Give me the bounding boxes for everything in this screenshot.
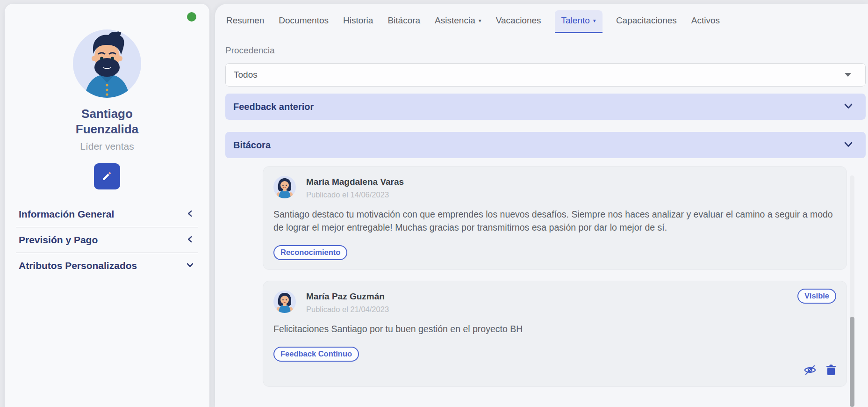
post-category-tag: Reconocimiento	[273, 245, 347, 260]
chevron-down-icon	[844, 102, 853, 111]
trash-icon	[826, 364, 836, 377]
online-status-dot	[187, 12, 196, 22]
post-published-date: Publicado el 21/04/2023	[306, 305, 389, 314]
bitacora-section-header[interactable]: Bitácora	[225, 132, 866, 158]
tab-documentos[interactable]: Documentos	[278, 10, 330, 33]
procedencia-label: Procedencia	[225, 45, 866, 56]
chevron-down-icon	[187, 262, 194, 270]
caret-down-icon: ▾	[479, 17, 481, 24]
scrollbar-thumb[interactable]	[850, 317, 854, 407]
tab-capacitaciones[interactable]: Capacitaciones	[615, 10, 678, 33]
bitacora-post: Visible	[263, 281, 847, 387]
caret-down-icon: ▾	[593, 17, 596, 24]
edit-profile-button[interactable]	[94, 163, 120, 189]
tab-talento[interactable]: Talento▾	[555, 10, 603, 33]
post-category-tag: Feedback Continuo	[273, 347, 359, 362]
delete-post-button[interactable]	[826, 364, 836, 377]
tab-asistencia[interactable]: Asistencia▾	[434, 10, 482, 33]
feedback-anterior-section-header[interactable]: Feedback anterior	[225, 94, 866, 120]
bitacora-posts-list: María Magdalena Varas Publicado el 14/06…	[263, 166, 847, 387]
tab-activos[interactable]: Activos	[690, 10, 721, 33]
post-author-name: María Paz Guzmán	[306, 291, 389, 302]
employee-avatar	[73, 29, 141, 100]
bitacora-post: María Magdalena Varas Publicado el 14/06…	[263, 166, 847, 270]
eye-off-icon	[803, 364, 817, 377]
profile-tabs: Resumen Documentos Historia Bitácora Asi…	[215, 4, 868, 33]
bitacora-scrollbar[interactable]	[850, 175, 854, 407]
procedencia-select[interactable]: Todos	[225, 63, 866, 87]
tab-bitacora[interactable]: Bitácora	[387, 10, 421, 33]
post-published-date: Publicado el 14/06/2023	[306, 190, 404, 199]
chevron-down-icon	[844, 141, 853, 149]
employee-role: Líder ventas	[5, 141, 209, 152]
author-avatar	[273, 291, 296, 315]
tab-historia[interactable]: Historia	[342, 10, 374, 33]
main-panel: Resumen Documentos Historia Bitácora Asi…	[215, 4, 868, 407]
hide-post-button[interactable]	[803, 364, 817, 377]
employee-sidebar: Santiago Fuenzalida Líder ventas Informa…	[5, 4, 209, 407]
sidebar-menu: Información General Previsión y Pago Atr…	[5, 202, 209, 278]
chevron-left-icon	[187, 236, 194, 245]
chevron-left-icon	[187, 210, 194, 219]
sidebar-item-atributos-personalizados[interactable]: Atributos Personalizados	[5, 253, 209, 278]
post-author-name: María Magdalena Varas	[306, 176, 404, 187]
caret-down-icon	[845, 73, 851, 77]
tab-vacaciones[interactable]: Vacaciones	[495, 10, 542, 33]
pencil-icon	[101, 170, 113, 183]
sidebar-item-prevision-y-pago[interactable]: Previsión y Pago	[5, 227, 209, 253]
selected-value: Todos	[234, 70, 258, 80]
author-avatar	[273, 176, 296, 200]
post-body-text: Felicitaciones Santiago por tu buen gest…	[273, 322, 836, 335]
tab-resumen[interactable]: Resumen	[225, 10, 265, 33]
sidebar-item-informacion-general[interactable]: Información General	[5, 202, 209, 227]
employee-name: Santiago Fuenzalida	[5, 106, 209, 137]
visibility-badge: Visible	[797, 289, 836, 304]
post-body-text: Santiago destaco tu motivación con que e…	[273, 208, 836, 234]
